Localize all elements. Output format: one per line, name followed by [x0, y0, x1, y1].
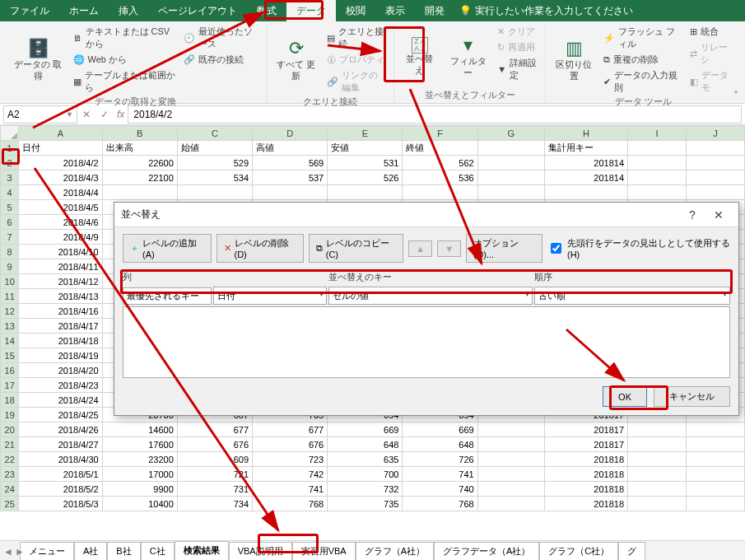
cell[interactable]: 日付	[19, 141, 102, 156]
cell[interactable]: 2018/4/4	[19, 185, 102, 200]
cell[interactable]: 768	[403, 497, 477, 511]
cell[interactable]: 201817	[544, 437, 627, 452]
cell[interactable]: 740	[403, 482, 477, 497]
reapply-button[interactable]: ↻再適用	[496, 40, 540, 54]
cell[interactable]: 731	[177, 482, 252, 497]
cell[interactable]	[628, 185, 687, 200]
cell[interactable]: 集計用キー	[544, 141, 627, 156]
cell[interactable]: 669	[403, 422, 477, 437]
cell[interactable]	[628, 170, 687, 185]
row-header[interactable]: 3	[1, 170, 19, 185]
cell[interactable]: 2018/4/12	[19, 274, 102, 289]
cell[interactable]: 出来高	[102, 141, 177, 156]
sheet-tab-VBA説明用[interactable]: VBA説明用	[229, 542, 292, 560]
cell[interactable]: 648	[403, 437, 477, 452]
cell[interactable]: 2018/4/3	[19, 170, 102, 185]
cell[interactable]	[403, 185, 477, 200]
column-header-G[interactable]: G	[477, 126, 544, 141]
remove-duplicates-button[interactable]: ⧉重複の削除	[602, 53, 683, 67]
column-header-D[interactable]: D	[253, 126, 328, 141]
move-down-button[interactable]: ▼	[437, 240, 461, 257]
row-header[interactable]: 22	[1, 452, 19, 467]
cell[interactable]: 648	[328, 437, 403, 452]
cell[interactable]	[628, 141, 687, 156]
cell[interactable]: 22600	[102, 156, 177, 170]
row-header[interactable]: 24	[1, 482, 19, 497]
filter-button[interactable]: ▾ フィルター	[445, 25, 491, 88]
cell[interactable]: 700	[328, 467, 403, 482]
column-header-B[interactable]: B	[102, 126, 177, 141]
row-header[interactable]: 8	[1, 245, 19, 259]
cell[interactable]	[628, 452, 687, 467]
ribbon-tab-開発[interactable]: 開発	[415, 0, 454, 21]
cell[interactable]: 531	[328, 156, 403, 170]
column-header-E[interactable]: E	[328, 126, 403, 141]
sort-on-select[interactable]	[328, 287, 533, 305]
cell[interactable]: 2018/4/26	[19, 422, 102, 437]
cancel-button[interactable]: キャンセル	[654, 386, 730, 407]
row-header[interactable]: 15	[1, 348, 19, 363]
cell[interactable]: 732	[328, 482, 403, 497]
cell[interactable]	[686, 422, 744, 437]
cell[interactable]	[544, 185, 627, 200]
sheet-tab-B社[interactable]: B社	[107, 542, 140, 560]
cell[interactable]: 22100	[102, 170, 177, 185]
cell[interactable]: 677	[177, 422, 252, 437]
cell[interactable]: 2018/4/11	[19, 259, 102, 274]
cell[interactable]: 2018/4/18	[19, 334, 102, 348]
sheet-tab-グラフ（C社）[interactable]: グラフ（C社）	[539, 542, 618, 560]
cancel-formula-button[interactable]: ✕	[77, 109, 95, 120]
cell[interactable]	[628, 467, 687, 482]
relationships-button[interactable]: ⇄リレーシ	[688, 40, 735, 67]
cell[interactable]: 562	[403, 156, 477, 170]
help-button[interactable]: ?	[679, 208, 705, 222]
cell[interactable]: 2018/4/6	[19, 215, 102, 230]
sort-button[interactable]: Z AA Z 並べ替え	[399, 25, 440, 88]
cell[interactable]: 17600	[102, 437, 177, 452]
cell[interactable]: 569	[253, 156, 328, 170]
cell[interactable]: 2018/4/23	[19, 378, 102, 393]
cell[interactable]: 723	[253, 452, 328, 467]
recent-sources-button[interactable]: 🕘最近使ったソース	[182, 25, 261, 51]
ribbon-tab-データ[interactable]: データ	[286, 0, 336, 21]
cell[interactable]: 676	[177, 437, 252, 452]
sheet-tab-実習用VBA[interactable]: 実習用VBA	[292, 542, 356, 560]
from-text-csv-button[interactable]: 🗎テキストまたは CSV から	[72, 25, 178, 51]
cell[interactable]: 734	[177, 497, 252, 511]
clear-filter-button[interactable]: ✕クリア	[496, 25, 540, 39]
cell[interactable]	[177, 185, 252, 200]
row-header[interactable]: 17	[1, 378, 19, 393]
cell[interactable]: 2018/4/27	[19, 437, 102, 452]
cell[interactable]: 201818	[544, 482, 627, 497]
row-header[interactable]: 16	[1, 363, 19, 378]
cell[interactable]: 17000	[102, 467, 177, 482]
cell[interactable]: 10400	[102, 497, 177, 511]
row-header[interactable]: 5	[1, 200, 19, 215]
row-header[interactable]: 9	[1, 259, 19, 274]
cell[interactable]: 635	[328, 452, 403, 467]
from-web-button[interactable]: 🌐Web から	[72, 53, 178, 67]
cell[interactable]: 609	[177, 452, 252, 467]
sheet-tab-グ[interactable]: グ	[618, 542, 645, 560]
cell[interactable]: 始値	[177, 141, 252, 156]
sheet-tab-グラフ（A社）[interactable]: グラフ（A社）	[356, 542, 434, 560]
column-header-C[interactable]: C	[177, 126, 252, 141]
cell[interactable]: 2018/4/5	[19, 200, 102, 215]
ribbon-tab-ファイル[interactable]: ファイル	[0, 0, 59, 21]
cell[interactable]	[686, 482, 744, 497]
select-all-button[interactable]	[1, 126, 19, 141]
cell[interactable]: 537	[253, 170, 328, 185]
cell[interactable]	[628, 422, 687, 437]
cell[interactable]: 14600	[102, 422, 177, 437]
cell[interactable]: 726	[403, 452, 477, 467]
cell[interactable]: 534	[177, 170, 252, 185]
move-up-button[interactable]: ▲	[408, 240, 432, 257]
column-header-F[interactable]: F	[403, 126, 477, 141]
cell[interactable]	[477, 497, 544, 511]
cell[interactable]	[686, 170, 744, 185]
cell[interactable]	[253, 185, 328, 200]
cell[interactable]	[477, 422, 544, 437]
row-header[interactable]: 2	[1, 156, 19, 170]
consolidate-button[interactable]: ⊞統合	[688, 25, 735, 39]
row-header[interactable]: 14	[1, 334, 19, 348]
